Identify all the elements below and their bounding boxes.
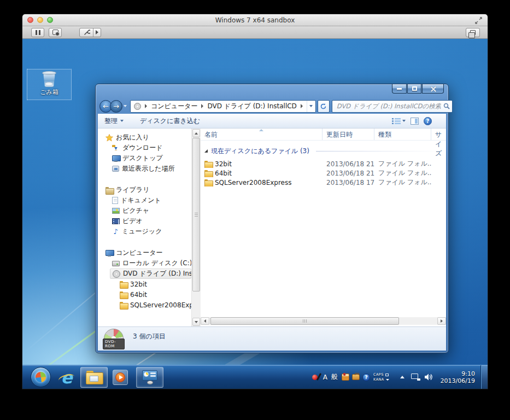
file-modified: 2013/06/18 21:51 bbox=[323, 170, 374, 177]
views-icon bbox=[392, 118, 401, 125]
file-row-32bit[interactable]: 32bit 2013/06/18 21:50 ファイル フォル... bbox=[201, 159, 446, 168]
scroll-down-button[interactable] bbox=[192, 318, 200, 326]
music-icon: ♪ bbox=[112, 228, 119, 235]
refresh-button[interactable] bbox=[318, 100, 330, 113]
collapse-group-icon[interactable] bbox=[204, 149, 208, 153]
scrollbar-thumb[interactable] bbox=[210, 317, 399, 325]
network-icon[interactable] bbox=[411, 374, 420, 381]
configure-button[interactable] bbox=[79, 28, 101, 37]
explorer-taskbar-button[interactable] bbox=[80, 367, 108, 388]
breadcrumb-arrow-icon[interactable] bbox=[145, 104, 147, 108]
start-button[interactable] bbox=[31, 367, 51, 387]
show-hidden-icons-button[interactable] bbox=[400, 376, 405, 378]
ime-palette-icon[interactable] bbox=[342, 374, 349, 381]
file-row-sqlserver[interactable]: SQLServer2008Express 2013/06/18 17:24 ファ… bbox=[201, 178, 446, 187]
nav-dvd-drive-selected[interactable]: DVD ドライブ (D:) InstallCD bbox=[110, 269, 191, 279]
nav-desktop[interactable]: デスクトップ bbox=[98, 153, 191, 164]
column-size[interactable]: サイズ bbox=[431, 129, 446, 140]
vm-app-taskbar-button[interactable] bbox=[136, 367, 163, 388]
nav-music[interactable]: ♪ ミュージック bbox=[98, 226, 191, 237]
ime-input-mode[interactable]: A bbox=[323, 374, 327, 381]
scrollbar-thumb[interactable] bbox=[192, 138, 200, 291]
nav-computer[interactable]: コンピューター bbox=[98, 248, 191, 258]
nav-folder-64bit[interactable]: 64bit bbox=[98, 289, 191, 300]
media-player-icon bbox=[113, 370, 128, 385]
nav-folder-sqlserver[interactable]: SQLServer2008Express bbox=[98, 300, 191, 310]
dvd-media-icon: DVD-ROM bbox=[104, 329, 125, 349]
breadcrumb-computer[interactable]: コンピューター bbox=[151, 102, 197, 111]
group-label: 現在ディスクにあるファイル (3) bbox=[211, 147, 309, 156]
column-type[interactable]: 種類 bbox=[374, 129, 431, 140]
display-mode-button[interactable] bbox=[466, 28, 480, 37]
nav-libraries[interactable]: ライブラリ bbox=[98, 185, 191, 195]
column-modified[interactable]: 更新日時 bbox=[323, 129, 374, 140]
scroll-up-button[interactable] bbox=[192, 129, 200, 137]
fullscreen-icon[interactable] bbox=[475, 17, 482, 24]
recent-pages-dropdown[interactable] bbox=[124, 105, 127, 107]
address-dropdown-button[interactable] bbox=[307, 101, 315, 112]
windows-logo-icon bbox=[35, 371, 46, 383]
nav-label: ダウンロード bbox=[122, 143, 162, 153]
scroll-left-button[interactable] bbox=[201, 317, 209, 325]
snapshot-icon bbox=[52, 30, 58, 35]
maximize-icon bbox=[412, 86, 417, 91]
horizontal-scrollbar[interactable] bbox=[201, 317, 446, 325]
nav-recent-places[interactable]: 最近表示した場所 bbox=[98, 164, 191, 174]
hard-disk-icon bbox=[112, 261, 120, 266]
show-desktop-button[interactable] bbox=[480, 365, 488, 389]
minimize-button[interactable] bbox=[392, 84, 407, 94]
preview-pane-button[interactable] bbox=[411, 118, 419, 125]
breadcrumb-arrow-icon[interactable] bbox=[201, 104, 203, 108]
search-input[interactable]: DVD ドライブ (D:) InstallCDの検索 bbox=[332, 100, 453, 113]
breadcrumb[interactable]: コンピューター DVD ドライブ (D:) InstallCD bbox=[130, 100, 316, 113]
pause-icon bbox=[36, 30, 40, 35]
column-name[interactable]: 名前 bbox=[201, 129, 323, 140]
recycle-bin-desktop-icon[interactable]: ごみ箱 bbox=[27, 69, 72, 100]
breadcrumb-dvd-drive[interactable]: DVD ドライブ (D:) InstallCD bbox=[207, 102, 296, 111]
ime-toolbox-icon[interactable] bbox=[352, 374, 360, 380]
scroll-right-button[interactable] bbox=[437, 317, 446, 325]
forward-button[interactable]: → bbox=[110, 100, 122, 113]
taskbar-clock[interactable]: 9:10 2013/06/19 bbox=[441, 370, 475, 384]
nav-label: DVD ドライブ (D:) InstallCD bbox=[123, 269, 191, 278]
configure-dropdown-arrow[interactable] bbox=[93, 28, 101, 37]
sort-ascending-icon bbox=[259, 129, 263, 131]
nav-documents[interactable]: ドキュメント bbox=[98, 195, 191, 206]
ime-key-state[interactable]: CAPS KANA bbox=[373, 372, 389, 382]
volume-icon[interactable] bbox=[425, 374, 433, 381]
desktop-icon bbox=[112, 155, 120, 162]
ime-help-icon[interactable]: ? bbox=[362, 374, 370, 381]
nav-local-disk-c[interactable]: ローカル ディスク (C:) bbox=[98, 258, 191, 269]
nav-pictures[interactable]: ピクチャ bbox=[98, 206, 191, 216]
settings-app-icon bbox=[142, 370, 157, 384]
ime-pen-icon[interactable] bbox=[312, 373, 320, 381]
organize-button[interactable]: 整理 bbox=[100, 115, 128, 127]
nav-label: ビデオ bbox=[122, 217, 143, 226]
file-group-header[interactable]: 現在ディスクにあるファイル (3) bbox=[204, 145, 439, 156]
nav-label: コンピューター bbox=[116, 248, 162, 258]
nav-favorites[interactable]: お気に入り bbox=[98, 132, 191, 143]
maximize-button[interactable] bbox=[407, 84, 421, 94]
breadcrumb-arrow-icon[interactable] bbox=[301, 104, 303, 108]
help-button[interactable]: ? bbox=[424, 117, 432, 125]
nav-scrollbar[interactable] bbox=[191, 129, 201, 326]
search-icon[interactable] bbox=[441, 103, 452, 109]
pause-vm-button[interactable] bbox=[31, 28, 44, 37]
ime-state-icon bbox=[385, 374, 389, 376]
nav-downloads[interactable]: ダウンロード bbox=[98, 143, 191, 153]
file-row-64bit[interactable]: 64bit 2013/06/18 21:51 ファイル フォル... bbox=[201, 168, 446, 178]
nav-folder-32bit[interactable]: 32bit bbox=[98, 279, 191, 289]
nav-videos[interactable]: ビデオ bbox=[98, 216, 191, 226]
change-view-button[interactable] bbox=[392, 118, 406, 125]
nav-label: ドキュメント bbox=[121, 196, 161, 205]
snapshot-button[interactable] bbox=[49, 28, 62, 37]
media-player-taskbar-button[interactable] bbox=[109, 367, 132, 388]
close-button[interactable] bbox=[422, 84, 444, 94]
downloads-icon bbox=[112, 145, 120, 151]
ime-conversion-mode[interactable]: 般 bbox=[331, 372, 338, 382]
internet-explorer-taskbar-button[interactable]: e bbox=[57, 368, 76, 387]
burn-disc-button[interactable]: ディスクに書き込む bbox=[136, 115, 204, 127]
navigation-pane: お気に入り ダウンロード デスクトップ 最近表示した場所 ライブラリ bbox=[98, 129, 191, 326]
recycle-bin-label: ごみ箱 bbox=[27, 88, 71, 96]
file-modified: 2013/06/18 17:24 bbox=[323, 179, 374, 186]
